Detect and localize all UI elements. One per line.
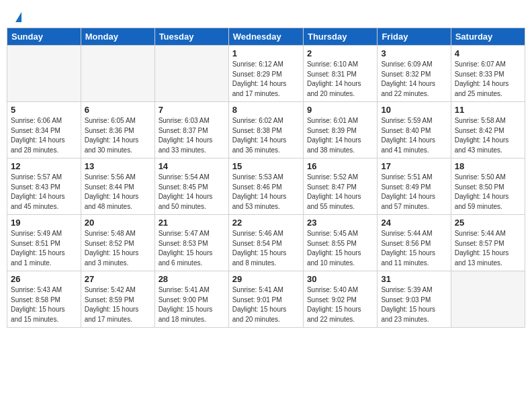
calendar-cell: 24Sunrise: 5:44 AM Sunset: 8:56 PM Dayli… [378, 215, 451, 271]
day-number: 2 [307, 48, 373, 58]
weekday-header-friday: Friday [378, 28, 451, 46]
day-number: 25 [455, 218, 521, 228]
logo [13, 12, 21, 21]
calendar-cell [81, 46, 154, 102]
day-number: 8 [232, 105, 300, 115]
calendar-cell: 13Sunrise: 5:56 AM Sunset: 8:44 PM Dayli… [81, 158, 154, 215]
day-number: 11 [455, 105, 521, 115]
day-info: Sunrise: 6:01 AM Sunset: 8:39 PM Dayligh… [307, 116, 373, 155]
day-number: 12 [11, 161, 77, 171]
calendar-cell: 15Sunrise: 5:53 AM Sunset: 8:46 PM Dayli… [228, 158, 303, 215]
day-number: 5 [11, 105, 77, 115]
calendar-cell: 5Sunrise: 6:06 AM Sunset: 8:34 PM Daylig… [7, 102, 81, 158]
calendar-cell: 17Sunrise: 5:51 AM Sunset: 8:49 PM Dayli… [378, 158, 451, 215]
day-info: Sunrise: 5:47 AM Sunset: 8:53 PM Dayligh… [159, 229, 225, 268]
calendar-cell: 14Sunrise: 5:54 AM Sunset: 8:45 PM Dayli… [154, 158, 228, 215]
day-number: 3 [381, 48, 447, 58]
calendar-cell: 4Sunrise: 6:07 AM Sunset: 8:33 PM Daylig… [451, 46, 525, 102]
weekday-header-sunday: Sunday [7, 28, 81, 46]
day-info: Sunrise: 5:44 AM Sunset: 8:57 PM Dayligh… [455, 229, 521, 268]
logo-triangle-icon [15, 12, 21, 22]
day-number: 31 [381, 274, 447, 284]
calendar-cell: 10Sunrise: 5:59 AM Sunset: 8:40 PM Dayli… [378, 102, 451, 158]
day-info: Sunrise: 5:56 AM Sunset: 8:44 PM Dayligh… [85, 173, 151, 212]
calendar-cell: 28Sunrise: 5:41 AM Sunset: 9:00 PM Dayli… [154, 271, 228, 328]
day-info: Sunrise: 6:06 AM Sunset: 8:34 PM Dayligh… [11, 116, 77, 155]
day-number: 23 [307, 218, 373, 228]
day-number: 16 [307, 161, 373, 171]
calendar-cell: 22Sunrise: 5:46 AM Sunset: 8:54 PM Dayli… [228, 215, 303, 271]
calendar-cell: 30Sunrise: 5:40 AM Sunset: 9:02 PM Dayli… [303, 271, 377, 328]
day-number: 26 [11, 274, 77, 284]
calendar-cell: 7Sunrise: 6:03 AM Sunset: 8:37 PM Daylig… [154, 102, 228, 158]
day-info: Sunrise: 5:51 AM Sunset: 8:49 PM Dayligh… [381, 173, 447, 212]
calendar-cell: 25Sunrise: 5:44 AM Sunset: 8:57 PM Dayli… [451, 215, 525, 271]
day-number: 18 [455, 161, 521, 171]
day-number: 24 [381, 218, 447, 228]
calendar-cell: 8Sunrise: 6:02 AM Sunset: 8:38 PM Daylig… [228, 102, 303, 158]
day-number: 27 [85, 274, 151, 284]
day-number: 13 [85, 161, 151, 171]
calendar-table: SundayMondayTuesdayWednesdayThursdayFrid… [7, 28, 525, 328]
calendar-cell: 19Sunrise: 5:49 AM Sunset: 8:51 PM Dayli… [7, 215, 81, 271]
day-info: Sunrise: 5:52 AM Sunset: 8:47 PM Dayligh… [307, 173, 373, 212]
day-info: Sunrise: 5:44 AM Sunset: 8:56 PM Dayligh… [381, 229, 447, 268]
day-number: 6 [85, 105, 151, 115]
day-info: Sunrise: 5:48 AM Sunset: 8:52 PM Dayligh… [85, 229, 151, 268]
calendar-cell: 12Sunrise: 5:57 AM Sunset: 8:43 PM Dayli… [7, 158, 81, 215]
day-number: 20 [85, 218, 151, 228]
day-info: Sunrise: 6:10 AM Sunset: 8:31 PM Dayligh… [307, 60, 373, 99]
day-info: Sunrise: 6:02 AM Sunset: 8:38 PM Dayligh… [232, 116, 300, 155]
weekday-header-row: SundayMondayTuesdayWednesdayThursdayFrid… [7, 28, 525, 46]
calendar-cell: 26Sunrise: 5:43 AM Sunset: 8:58 PM Dayli… [7, 271, 81, 328]
day-number: 7 [159, 105, 225, 115]
day-info: Sunrise: 5:54 AM Sunset: 8:45 PM Dayligh… [159, 173, 225, 212]
calendar-row: 1Sunrise: 6:12 AM Sunset: 8:29 PM Daylig… [7, 46, 525, 102]
day-number: 28 [159, 274, 225, 284]
day-number: 22 [232, 218, 300, 228]
calendar-cell: 1Sunrise: 6:12 AM Sunset: 8:29 PM Daylig… [228, 46, 303, 102]
day-info: Sunrise: 5:59 AM Sunset: 8:40 PM Dayligh… [381, 116, 447, 155]
day-number: 4 [455, 48, 521, 58]
calendar-row: 19Sunrise: 5:49 AM Sunset: 8:51 PM Dayli… [7, 215, 525, 271]
day-info: Sunrise: 5:40 AM Sunset: 9:02 PM Dayligh… [307, 285, 373, 324]
day-number: 19 [11, 218, 77, 228]
day-info: Sunrise: 5:42 AM Sunset: 8:59 PM Dayligh… [85, 285, 151, 324]
calendar-row: 5Sunrise: 6:06 AM Sunset: 8:34 PM Daylig… [7, 102, 525, 158]
day-info: Sunrise: 5:49 AM Sunset: 8:51 PM Dayligh… [11, 229, 77, 268]
weekday-header-monday: Monday [81, 28, 154, 46]
calendar-cell: 23Sunrise: 5:45 AM Sunset: 8:55 PM Dayli… [303, 215, 377, 271]
weekday-header-thursday: Thursday [303, 28, 377, 46]
day-info: Sunrise: 5:58 AM Sunset: 8:42 PM Dayligh… [455, 116, 521, 155]
calendar-cell: 9Sunrise: 6:01 AM Sunset: 8:39 PM Daylig… [303, 102, 377, 158]
day-info: Sunrise: 5:53 AM Sunset: 8:46 PM Dayligh… [232, 173, 300, 212]
weekday-header-tuesday: Tuesday [154, 28, 228, 46]
calendar-cell [7, 46, 81, 102]
day-info: Sunrise: 6:12 AM Sunset: 8:29 PM Dayligh… [232, 60, 300, 99]
weekday-header-saturday: Saturday [451, 28, 525, 46]
calendar-cell: 3Sunrise: 6:09 AM Sunset: 8:32 PM Daylig… [378, 46, 451, 102]
day-info: Sunrise: 5:41 AM Sunset: 9:00 PM Dayligh… [159, 285, 225, 324]
calendar-cell: 20Sunrise: 5:48 AM Sunset: 8:52 PM Dayli… [81, 215, 154, 271]
day-number: 14 [159, 161, 225, 171]
day-info: Sunrise: 5:46 AM Sunset: 8:54 PM Dayligh… [232, 229, 300, 268]
calendar-cell: 6Sunrise: 6:05 AM Sunset: 8:36 PM Daylig… [81, 102, 154, 158]
calendar-row: 26Sunrise: 5:43 AM Sunset: 8:58 PM Dayli… [7, 271, 525, 328]
day-number: 9 [307, 105, 373, 115]
day-number: 10 [381, 105, 447, 115]
day-number: 15 [232, 161, 300, 171]
calendar-cell: 11Sunrise: 5:58 AM Sunset: 8:42 PM Dayli… [451, 102, 525, 158]
day-number: 30 [307, 274, 373, 284]
calendar-cell: 31Sunrise: 5:39 AM Sunset: 9:03 PM Dayli… [378, 271, 451, 328]
day-number: 17 [381, 161, 447, 171]
day-info: Sunrise: 5:50 AM Sunset: 8:50 PM Dayligh… [455, 173, 521, 212]
calendar-cell: 29Sunrise: 5:41 AM Sunset: 9:01 PM Dayli… [228, 271, 303, 328]
page-header [7, 7, 525, 24]
day-info: Sunrise: 5:57 AM Sunset: 8:43 PM Dayligh… [11, 173, 77, 212]
day-number: 29 [232, 274, 300, 284]
day-number: 21 [159, 218, 225, 228]
calendar-cell: 16Sunrise: 5:52 AM Sunset: 8:47 PM Dayli… [303, 158, 377, 215]
day-info: Sunrise: 6:05 AM Sunset: 8:36 PM Dayligh… [85, 116, 151, 155]
calendar-cell: 18Sunrise: 5:50 AM Sunset: 8:50 PM Dayli… [451, 158, 525, 215]
day-info: Sunrise: 6:03 AM Sunset: 8:37 PM Dayligh… [159, 116, 225, 155]
